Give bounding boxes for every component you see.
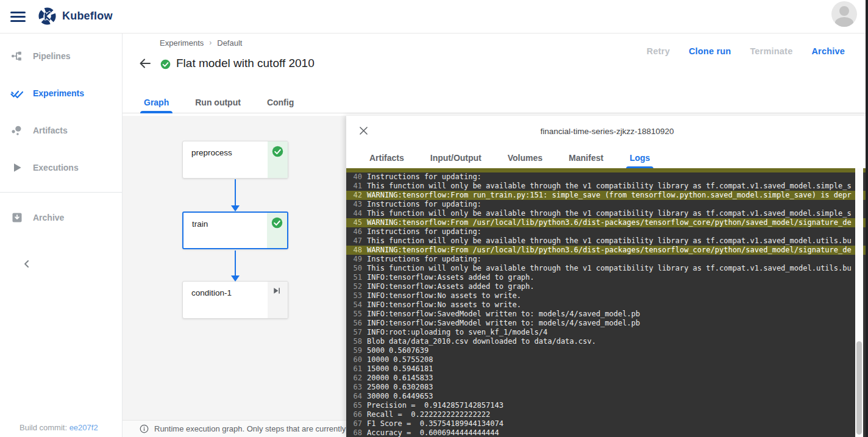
node-label: condition-1 [191,288,232,297]
tab-config[interactable]: Config [265,91,296,113]
panel-tab-bar: ArtifactsInput/OutputVolumesManifestLogs [346,147,868,168]
log-scrollbar-thumb[interactable] [856,341,862,435]
log-line: 49Instructions for updating: [346,255,868,264]
executions-icon [10,160,24,175]
sidebar-item-pipelines[interactable]: Pipelines [0,37,122,74]
graph-edge [235,250,236,276]
sidebar-item-label: Pipelines [33,51,70,61]
sidebar: PipelinesExperimentsArtifactsExecutionsA… [0,34,123,437]
graph-node-preprocess[interactable]: preprocess [182,141,288,179]
log-line-number: 63 [346,383,362,392]
log-line-text: Instructions for updating: [367,255,482,264]
sidebar-item-executions[interactable]: Executions [0,149,122,186]
panel-tab-manifest[interactable]: Manifest [567,147,605,168]
log-line: 41This function will only be available t… [346,182,868,191]
tab-graph[interactable]: Graph [142,91,171,113]
log-line: 51INFO:tensorflow:Assets added to graph. [346,273,868,282]
log-line: 54INFO:tensorflow:No assets to write. [346,300,868,310]
log-line: 46Instructions for updating: [346,227,868,236]
sidebar-divider [0,192,122,193]
log-line-number: 65 [346,401,362,410]
log-line-number: 64 [346,392,362,401]
log-line: 66Recall = 0.2222222222222222 [346,410,868,419]
screen-right-edge [866,0,868,437]
page-title: Flat model with cutoff 2010 [176,57,315,70]
panel-tab-logs[interactable]: Logs [628,147,652,168]
graph-node-train[interactable]: train [182,211,288,249]
log-line-number: 46 [346,227,362,236]
log-line: 6430000 0.6449653 [346,392,868,401]
log-line-number: 47 [346,236,362,246]
panel-tab-volumes[interactable]: Volumes [506,147,544,168]
breadcrumb-item-default: Default [217,38,242,48]
log-line-text: F1 Score = 0.35754189944134074 [367,419,503,428]
log-line-text: 15000 0.5946181 [367,364,433,374]
log-line: 6010000 0.5755208 [346,355,868,364]
build-commit-link[interactable]: ee207f2 [69,423,98,432]
log-line-text: INFO:tensorflow:Assets added to graph. [367,282,535,291]
log-line: 50This function will only be available t… [346,264,868,273]
log-line: 65Precision = 0.9142857142857143 [346,401,868,410]
build-commit: Build commit: ee207f2 [20,423,98,432]
log-line-text: INFO:tensorflow:Assets added to graph. [367,273,535,282]
log-line: 48WARNING:tensorflow:From /usr/local/lib… [346,246,868,255]
log-line-text: This function will only be available thr… [367,264,852,273]
back-arrow-icon[interactable] [138,56,152,71]
log-line: 6115000 0.5946181 [346,364,868,374]
log-line: 52INFO:tensorflow:Assets added to graph. [346,282,868,291]
log-line-number: 43 [346,200,362,209]
log-line-number: 68 [346,428,362,437]
sidebar-nav: PipelinesExperimentsArtifactsExecutionsA… [0,34,122,236]
log-line-number: 53 [346,291,362,300]
tab-label: Config [267,98,294,107]
log-line-text: WARNING:tensorflow:From /usr/local/lib/p… [367,246,852,255]
panel-tab-artifacts[interactable]: Artifacts [368,147,406,168]
sidebar-item-artifacts[interactable]: Artifacts [0,112,122,149]
log-line-number: 57 [346,328,362,337]
sidebar-item-label: Executions [33,163,79,172]
sidebar-item-label: Artifacts [33,126,68,135]
graph-footer-note: Runtime execution graph. Only steps that… [154,424,360,433]
log-line-text: Precision = 0.9142857142857143 [367,401,503,410]
info-icon [140,424,149,433]
archive-icon [10,210,24,225]
step-detail-panel: financial-time-series-zjkzz-18810920 Art… [346,116,868,437]
tab-label: Volumes [508,153,542,163]
log-line-text: 5000 0.5607639 [367,346,429,355]
hamburger-menu-icon[interactable] [10,12,26,22]
breadcrumb-separator-icon: › [209,38,212,48]
log-line: 42WARNING:tensorflow:From run_train.py:1… [346,191,868,200]
log-line-clipped [346,168,868,172]
pipelines-icon [10,49,24,63]
clone-run-button[interactable]: Clone run [689,46,731,56]
log-line-text: Instructions for updating: [367,172,482,182]
sidebar-collapse-chevron-icon[interactable] [21,258,34,271]
top-app-bar: Kubeflow [0,0,868,34]
archive-button[interactable]: Archive [811,46,845,56]
sidebar-item-experiments[interactable]: Experiments [0,74,122,112]
log-scrollbar-track[interactable] [855,168,863,437]
log-line-text: This function will only be available thr… [367,236,852,246]
kubeflow-logo[interactable]: Kubeflow [38,7,113,26]
log-line-number: 62 [346,374,362,383]
graph-node-condition-1[interactable]: condition-1 [182,281,288,319]
panel-tab-input-output[interactable]: Input/Output [429,147,483,168]
node-label: preprocess [191,148,232,157]
user-avatar[interactable] [831,1,857,27]
node-status-success-icon [272,146,283,157]
log-line-number: 52 [346,282,362,291]
log-line-text: This function will only be available thr… [367,182,852,191]
tab-run-output[interactable]: Run output [193,91,243,113]
log-line-text: Instructions for updating: [367,227,482,236]
tab-label: Run output [195,98,241,107]
log-line: 40Instructions for updating: [346,172,868,182]
sidebar-item-archive[interactable]: Archive [0,199,122,236]
log-line: 53INFO:tensorflow:No assets to write. [346,291,868,300]
log-line: 58Blob data/data_2010.csv downloaded to … [346,337,868,346]
node-label: train [192,219,208,229]
breadcrumb-item-experiments[interactable]: Experiments [160,38,204,48]
log-line-text: 30000 0.6449653 [367,392,433,401]
log-line-number: 54 [346,300,362,310]
artifacts-icon [10,123,24,138]
tab-label: Input/Output [430,153,482,163]
